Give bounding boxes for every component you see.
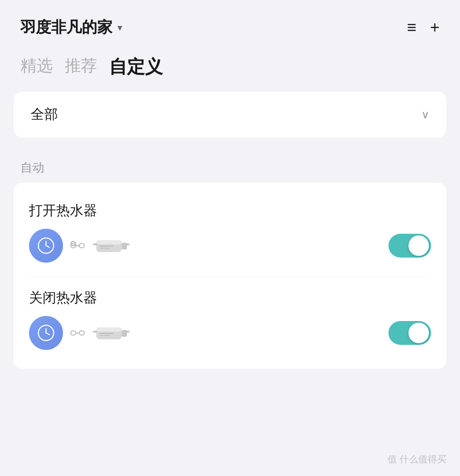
clock-circle-open[interactable] — [29, 229, 63, 263]
link-icon-open — [70, 241, 85, 251]
automation-row-open — [29, 229, 431, 263]
svg-rect-10 — [126, 244, 129, 245]
automation-title-open: 打开热水器 — [29, 201, 431, 220]
list-icon[interactable]: ≡ — [407, 18, 417, 37]
toggle-knob-open — [408, 235, 429, 256]
dropdown-chevron-icon: ∨ — [421, 108, 429, 121]
home-title-text: 羽度非凡的家 — [20, 17, 112, 38]
watermark: 值 什么值得买 — [388, 453, 446, 466]
add-icon[interactable]: + — [430, 18, 440, 37]
tabs-bar: 精选 推荐 自定义 — [0, 46, 460, 92]
automation-row-close — [29, 316, 431, 350]
svg-line-15 — [46, 333, 49, 335]
tab-zidingyi[interactable]: 自定义 — [109, 55, 163, 79]
dropdown-card[interactable]: 全部 ∨ — [14, 92, 446, 138]
automation-icons-close — [29, 316, 130, 350]
tab-tuijian[interactable]: 推荐 — [65, 55, 97, 79]
home-title-chevron: ▾ — [118, 23, 122, 33]
toggle-close[interactable] — [388, 321, 431, 345]
automation-icons-open — [29, 229, 130, 263]
automation-item-open: 打开热水器 — [29, 195, 431, 270]
svg-rect-17 — [79, 331, 84, 335]
link-icon-close — [70, 328, 85, 338]
automation-section: 打开热水器 — [0, 183, 460, 369]
svg-rect-9 — [93, 244, 97, 245]
water-heater-icon-close — [92, 321, 130, 345]
svg-rect-23 — [126, 331, 129, 333]
clock-icon-open — [37, 236, 55, 255]
svg-line-2 — [46, 246, 49, 247]
automation-item-close: 关闭热水器 — [29, 276, 431, 357]
header-actions: ≡ + — [407, 18, 440, 37]
dropdown-section: 全部 ∨ — [0, 92, 460, 138]
svg-rect-22 — [93, 331, 97, 333]
dropdown-label: 全部 — [31, 105, 58, 124]
clock-icon-close — [37, 324, 55, 342]
svg-rect-20 — [96, 327, 122, 332]
svg-rect-8 — [122, 243, 127, 249]
automation-title-close: 关闭热水器 — [29, 289, 431, 307]
svg-rect-16 — [71, 331, 76, 335]
svg-rect-21 — [122, 330, 127, 337]
header: 羽度非凡的家 ▾ ≡ + — [0, 0, 460, 46]
automation-card: 打开热水器 — [14, 183, 446, 369]
tab-jingxuan[interactable]: 精选 — [20, 55, 53, 79]
toggle-open[interactable] — [388, 234, 431, 258]
clock-circle-close[interactable] — [29, 316, 63, 350]
water-heater-icon-open — [92, 234, 130, 258]
toggle-knob-close — [408, 323, 429, 343]
home-title[interactable]: 羽度非凡的家 ▾ — [20, 17, 122, 38]
svg-rect-7 — [96, 240, 122, 244]
section-label: 自动 — [0, 148, 460, 183]
